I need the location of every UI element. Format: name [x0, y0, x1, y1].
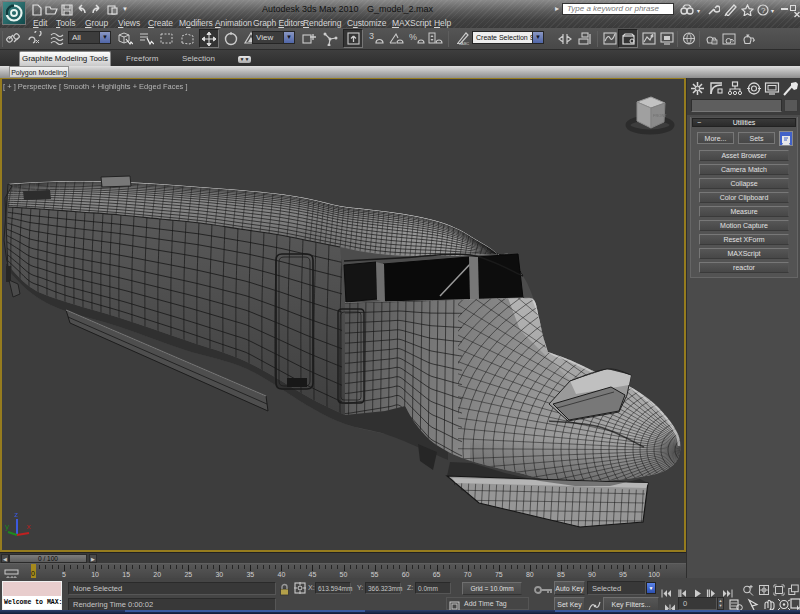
svg-text:%: % [409, 32, 417, 42]
svg-text:3: 3 [369, 31, 374, 41]
svg-text:?: ? [761, 6, 766, 15]
svg-text:ABC: ABC [461, 41, 469, 46]
